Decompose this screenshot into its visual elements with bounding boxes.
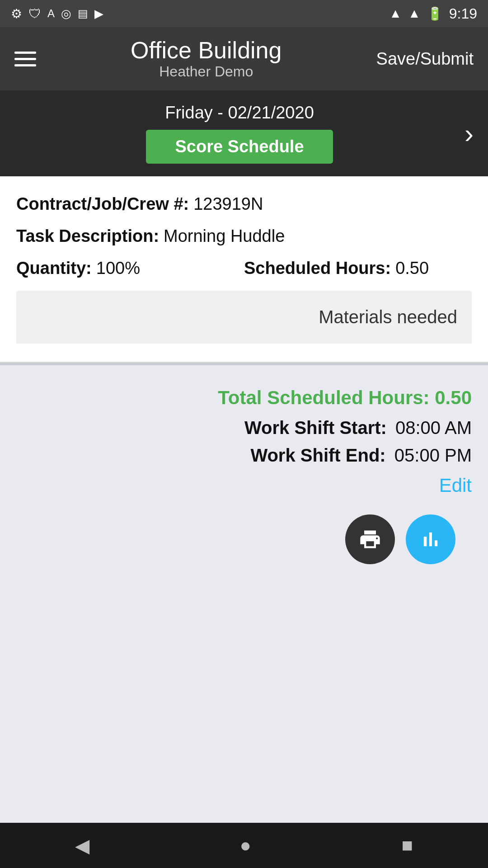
status-time: 9:19 [449,5,477,22]
task-desc-value: Morning Huddle [164,226,285,246]
settings-icon: ⚙ [11,6,22,21]
battery-icon: 🔋 [427,6,443,21]
status-icons-right: ▲ ▲ 🔋 9:19 [389,5,477,22]
fab-row [16,514,472,564]
app-subtitle: Heather Demo [131,63,282,80]
task-card: Contract/Job/Crew #: 123919N Task Descri… [0,176,488,363]
next-chevron-icon[interactable]: › [465,118,474,149]
date-row: Friday - 02/21/2020 Score Schedule › [0,90,488,176]
work-shift-start-value: 08:00 AM [395,418,472,438]
print-icon [358,528,382,551]
summary-section: Total Scheduled Hours: 0.50 Work Shift S… [0,365,488,580]
back-button[interactable]: ◀ [75,835,89,857]
status-icons-left: ⚙ 🛡 A ◎ ▤ ▶ [11,6,103,21]
app-title: Office Building [131,38,282,63]
scheduled-hours-value: 0.50 [395,259,429,278]
task-desc-row: Task Description: Morning Huddle [16,226,472,246]
work-shift-start-label: Work Shift Start: [244,418,387,438]
work-shift-end-row: Work Shift End: 05:00 PM [16,445,472,466]
score-schedule-button[interactable]: Score Schedule [146,130,333,164]
recent-button[interactable]: ■ [401,835,413,856]
work-shift-start-row: Work Shift Start: 08:00 AM [16,418,472,438]
app-bar: Office Building Heather Demo Save/Submit [0,27,488,90]
quantity-label: Quantity: [16,259,92,278]
scheduled-hours-part: Scheduled Hours: 0.50 [244,259,472,278]
scheduled-hours-label: Scheduled Hours: [244,259,391,278]
wifi-icon: ▲ [389,6,402,21]
materials-row[interactable]: Materials needed [16,291,472,344]
signal-bars-icon: ▲ [408,6,421,21]
edit-button[interactable]: Edit [439,475,472,496]
total-hours-row: Total Scheduled Hours: 0.50 [16,387,472,409]
date-content: Friday - 02/21/2020 Score Schedule [14,103,465,164]
app-bar-center: Office Building Heather Demo [131,38,282,80]
sim-icon: ▤ [78,7,88,20]
quantity-hours-row: Quantity: 100% Scheduled Hours: 0.50 [16,259,472,278]
contract-label: Contract/Job/Crew #: [16,194,189,214]
materials-text: Materials needed [319,307,457,327]
chart-button[interactable] [406,514,455,564]
work-shift-end-label: Work Shift End: [250,445,385,465]
print-button[interactable] [345,514,395,564]
date-text: Friday - 02/21/2020 [165,103,314,123]
menu-button[interactable] [14,52,36,66]
signal-icon: ◎ [61,7,71,21]
home-button[interactable]: ● [240,835,251,856]
playstore-icon: ▶ [94,7,103,21]
status-bar: ⚙ 🛡 A ◎ ▤ ▶ ▲ ▲ 🔋 9:19 [0,0,488,27]
text-icon: A [47,7,55,20]
task-desc-label: Task Description: [16,226,159,246]
quantity-part: Quantity: 100% [16,259,244,278]
save-submit-button[interactable]: Save/Submit [376,49,474,69]
edit-row: Edit [16,475,472,496]
shield-icon: 🛡 [28,6,41,21]
contract-row: Contract/Job/Crew #: 123919N [16,194,472,214]
total-hours-label: Total Scheduled Hours: 0.50 [218,387,472,408]
contract-value: 123919N [193,194,263,214]
chart-icon [419,528,442,551]
work-shift-end-value: 05:00 PM [394,445,472,465]
nav-bar: ◀ ● ■ [0,823,488,868]
quantity-value: 100% [96,259,140,278]
